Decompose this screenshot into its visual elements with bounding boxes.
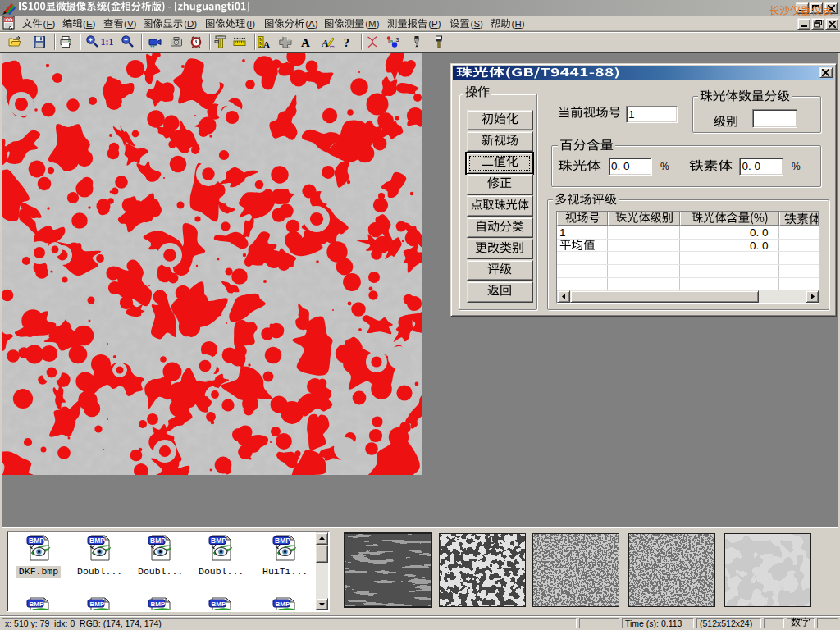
svg-text:A: A: [263, 39, 270, 48]
svg-text:1:1: 1:1: [101, 36, 114, 48]
svg-text:3: 3: [396, 37, 399, 43]
svg-text:A: A: [322, 37, 329, 48]
svg-text:A: A: [301, 36, 310, 49]
svg-text:?: ?: [344, 37, 349, 49]
svg-text:DOC: DOC: [5, 18, 14, 22]
